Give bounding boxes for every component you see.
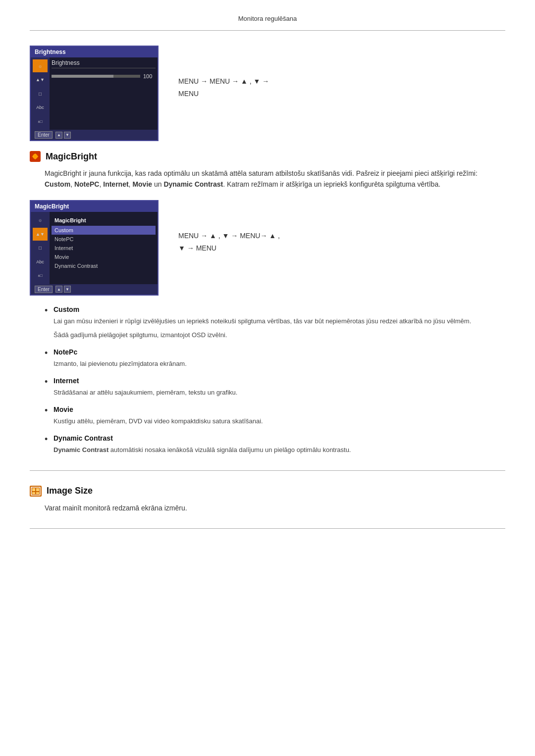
- brightness-osd-footer: Enter ▲ ▼: [31, 130, 158, 140]
- magicbright-osd-footer: Enter ▲ ▼: [31, 284, 158, 295]
- mb-menu-custom[interactable]: Custom: [52, 226, 156, 235]
- svg-rect-2: [32, 488, 35, 491]
- magicbright-icon: [30, 151, 41, 162]
- brightness-enter-btn[interactable]: Enter: [35, 131, 53, 139]
- brightness-section: Brightness ☼ ▲▼ □ Abc ±□ Brightness 100: [30, 46, 505, 141]
- mb-arrow-up[interactable]: ▲: [55, 286, 62, 293]
- mb-nav-arrows: ▲ ▼: [55, 286, 71, 293]
- svg-rect-3: [36, 488, 39, 491]
- bullet-dot-notepc: •: [45, 348, 54, 369]
- svg-rect-5: [36, 492, 39, 494]
- magicbright-osd-section: MagicBright ☼ ▲▼ □ Abc ±□ MagicBright Cu…: [30, 200, 505, 296]
- brightness-slider: [52, 75, 140, 78]
- mb-menu-header: MagicBright: [52, 216, 156, 225]
- bullet-desc-notepc: Izmanto, lai pievienotu piezīmjdatora ek…: [54, 359, 505, 369]
- image-size-icon: [30, 486, 42, 497]
- sidebar-icon-1: ☼: [33, 59, 48, 72]
- brightness-osd-box: Brightness ☼ ▲▼ □ Abc ±□ Brightness 100: [30, 46, 159, 141]
- mb-menu-notepc[interactable]: NotePC: [52, 235, 156, 244]
- bullet-content-movie: Movie Kustīgu attēlu, piemēram, DVD vai …: [54, 405, 505, 426]
- brightness-arrow-up[interactable]: ▲: [55, 132, 62, 139]
- bullet-dot-internet: •: [45, 377, 54, 398]
- mb-menu-dynamic-contrast[interactable]: Dynamic Contrast: [52, 261, 156, 270]
- bullet-desc-custom-2: Šādā gadījumā pielāgojiet spilgtumu, izm…: [54, 330, 505, 340]
- list-item-notepc: • NotePc Izmanto, lai pievienotu piezīmj…: [45, 348, 505, 369]
- bottom-divider: [30, 528, 505, 529]
- list-item-custom: • Custom Lai gan mūsu inženieri ir rūpīg…: [45, 305, 505, 340]
- mb-menu-movie[interactable]: Movie: [52, 252, 156, 261]
- magicbright-desc-text: MagicBright ir jauna funkcija, kas rada …: [45, 168, 505, 190]
- image-size-desc-text: Varat mainīt monitorā redzamā ekrāna izm…: [45, 503, 505, 513]
- bullet-content-internet: Internet Strādāšanai ar attēlu sajaukumi…: [54, 377, 505, 398]
- magicbright-svg-icon: [31, 152, 40, 161]
- mb-sidebar-icon-5: ±□: [33, 269, 48, 282]
- section-divider: [30, 470, 505, 471]
- bullet-content-custom: Custom Lai gan mūsu inženieri ir rūpīgi …: [54, 305, 505, 340]
- magicbright-osd-sidebar: ☼ ▲▼ □ Abc ±□: [31, 212, 50, 284]
- bullet-term-notepc: NotePc: [54, 348, 505, 356]
- sidebar-icon-3: □: [33, 87, 48, 100]
- bullet-list: • Custom Lai gan mūsu inženieri ir rūpīg…: [45, 305, 505, 455]
- brightness-osd-main: Brightness 100: [50, 57, 158, 130]
- brightness-slider-row: 100: [52, 73, 156, 79]
- brightness-osd-sidebar: ☼ ▲▼ □ Abc ±□: [31, 57, 50, 130]
- magicbright-description: MagicBright ir jauna funkcija, kas rada …: [45, 168, 505, 190]
- bullet-term-internet: Internet: [54, 377, 505, 385]
- magicbright-osd-main: MagicBright Custom NotePC Internet Movie…: [50, 212, 158, 284]
- bullet-desc-custom-1: Lai gan mūsu inženieri ir rūpīgi izvēlēj…: [54, 316, 505, 326]
- sidebar-icon-5: ±□: [33, 115, 48, 128]
- page-header: Monitora regulēšana: [30, 10, 505, 31]
- magicbright-section-header: MagicBright: [30, 151, 505, 162]
- brightness-osd-body: ☼ ▲▼ □ Abc ±□ Brightness 100: [31, 57, 158, 130]
- magicbright-osd-body: ☼ ▲▼ □ Abc ±□ MagicBright Custom NotePC …: [31, 212, 158, 284]
- image-size-title: Image Size: [47, 486, 93, 496]
- bullet-term-custom: Custom: [54, 305, 505, 313]
- svg-rect-4: [32, 492, 35, 494]
- bullet-desc-internet: Strādāšanai ar attēlu sajaukumiem, piemē…: [54, 388, 505, 398]
- list-item-dynamic-contrast: • Dynamic Contrast Dynamic Contrast auto…: [45, 434, 505, 455]
- svg-point-0: [33, 154, 38, 159]
- bullet-desc-movie: Kustīgu attēlu, piemēram, DVD vai video …: [54, 416, 505, 426]
- bullet-term-dynamic: Dynamic Contrast: [54, 434, 505, 442]
- mb-sidebar-icon-2: ▲▼: [33, 228, 48, 241]
- brightness-osd-title: Brightness: [31, 47, 158, 57]
- page-title: Monitora regulēšana: [238, 15, 297, 22]
- sidebar-icon-4: Abc: [33, 101, 48, 114]
- brightness-nav-arrows: ▲ ▼: [55, 132, 71, 139]
- mb-formula-line2: ▼ → MENU: [178, 242, 280, 254]
- bullet-dot-custom: •: [45, 305, 54, 340]
- magicbright-osd-box: MagicBright ☼ ▲▼ □ Abc ±□ MagicBright Cu…: [30, 200, 159, 296]
- brightness-osd-item-label: Brightness: [52, 59, 156, 68]
- page-container: Monitora regulēšana Brightness ☼ ▲▼ □ Ab…: [0, 0, 535, 563]
- image-size-description: Varat mainīt monitorā redzamā ekrāna izm…: [45, 503, 505, 513]
- magicbright-menu-list: MagicBright Custom NotePC Internet Movie…: [52, 214, 156, 272]
- image-size-svg-icon: [31, 487, 41, 496]
- magicbright-osd-title: MagicBright: [31, 201, 158, 212]
- mb-arrow-down[interactable]: ▼: [64, 286, 71, 293]
- magicbright-menu-formula: MENU → ▲ , ▼ → MENU→ ▲ , ▼ → MENU: [178, 230, 280, 254]
- list-item-internet: • Internet Strādāšanai ar attēlu sajauku…: [45, 377, 505, 398]
- bullet-dot-dynamic: •: [45, 434, 54, 455]
- bullet-content-notepc: NotePc Izmanto, lai pievienotu piezīmjda…: [54, 348, 505, 369]
- brightness-menu-formula: MENU → MENU → ▲ , ▼ → MENU: [178, 75, 269, 100]
- mb-sidebar-icon-1: ☼: [33, 214, 48, 227]
- brightness-arrow-down[interactable]: ▼: [64, 132, 71, 139]
- bullet-term-movie: Movie: [54, 405, 505, 413]
- image-size-section-header: Image Size: [30, 486, 505, 497]
- brightness-value: 100: [143, 73, 156, 79]
- mb-formula-line1: MENU → ▲ , ▼ → MENU→ ▲ ,: [178, 230, 280, 242]
- sidebar-icon-2: ▲▼: [33, 73, 48, 86]
- mb-enter-btn[interactable]: Enter: [35, 286, 53, 293]
- magicbright-title: MagicBright: [46, 151, 97, 162]
- mb-menu-internet[interactable]: Internet: [52, 244, 156, 252]
- mb-sidebar-icon-4: Abc: [33, 255, 48, 268]
- bullet-content-dynamic: Dynamic Contrast Dynamic Contrast automā…: [54, 434, 505, 455]
- mb-sidebar-icon-3: □: [33, 242, 48, 254]
- list-item-movie: • Movie Kustīgu attēlu, piemēram, DVD va…: [45, 405, 505, 426]
- bullet-dot-movie: •: [45, 405, 54, 426]
- brightness-slider-fill: [52, 75, 113, 78]
- bullet-desc-dynamic: Dynamic Contrast automātiski nosaka ienā…: [54, 445, 505, 455]
